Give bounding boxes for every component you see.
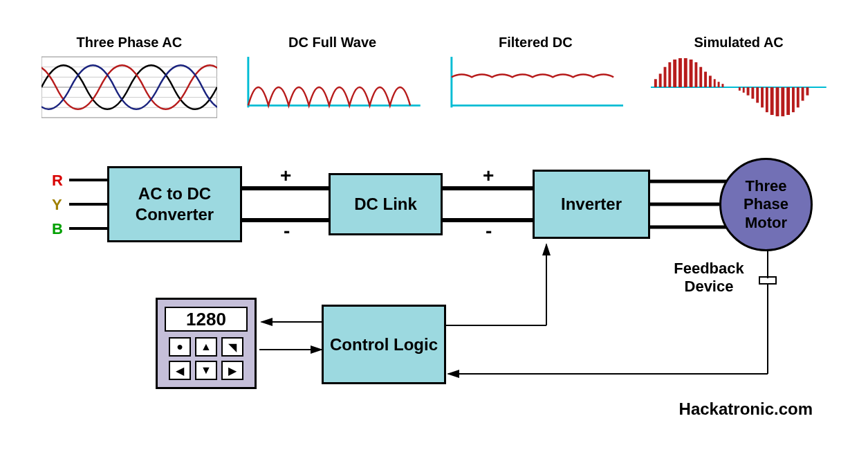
svg-rect-20 <box>700 67 703 87</box>
svg-rect-21 <box>704 72 707 87</box>
block-label: DC Link <box>354 194 417 215</box>
waveform-row: Three Phase AC DC Full Wave Filtered DC <box>41 35 827 118</box>
svg-rect-23 <box>714 79 716 87</box>
svg-rect-34 <box>776 87 779 116</box>
waveform-title: DC Full Wave <box>288 35 376 51</box>
svg-rect-26 <box>739 87 741 91</box>
waveform-simulated-ac: Simulated AC <box>651 35 827 118</box>
waveform-three-phase: Three Phase AC <box>41 35 217 118</box>
svg-rect-39 <box>802 87 804 101</box>
phase-r-label: R <box>52 172 63 190</box>
svg-rect-11 <box>654 79 657 87</box>
keypad-btn-diag[interactable]: ◥ <box>221 337 243 357</box>
svg-rect-18 <box>690 60 693 87</box>
filtered-dc-wave-icon <box>448 56 624 118</box>
svg-rect-24 <box>718 82 720 87</box>
block-label: Inverter <box>561 194 622 215</box>
minus-label-2: - <box>486 220 492 242</box>
plus-label-1: + <box>280 165 291 187</box>
dc-link-block: DC Link <box>329 173 443 235</box>
svg-rect-31 <box>761 87 764 107</box>
plus-label-2: + <box>483 165 494 187</box>
keypad-device: 1280 ● ▲ ◥ ◀ ▼ ▶ <box>156 298 257 389</box>
svg-rect-25 <box>722 84 724 87</box>
block-label: Control Logic <box>330 334 438 355</box>
waveform-title: Three Phase AC <box>77 35 183 51</box>
keypad-display: 1280 <box>165 307 248 332</box>
waveform-dc-full: DC Full Wave <box>245 35 421 118</box>
svg-rect-16 <box>678 58 682 87</box>
svg-rect-33 <box>770 87 774 115</box>
waveform-filtered-dc: Filtered DC <box>448 35 624 118</box>
phase-b-label: B <box>52 220 63 238</box>
svg-rect-15 <box>673 60 676 87</box>
phase-y-label: Y <box>52 196 62 214</box>
svg-rect-12 <box>659 73 662 87</box>
svg-rect-22 <box>709 75 712 87</box>
svg-rect-40 <box>806 87 809 96</box>
svg-rect-35 <box>782 87 785 116</box>
svg-rect-32 <box>766 87 768 112</box>
simulated-ac-wave-icon <box>651 56 827 118</box>
svg-rect-37 <box>792 87 795 112</box>
svg-rect-29 <box>752 87 755 99</box>
feedback-device-label: Feedback Device <box>664 260 754 296</box>
keypad-btn-down[interactable]: ▼ <box>195 361 217 380</box>
svg-rect-30 <box>757 87 759 102</box>
svg-rect-38 <box>797 87 800 107</box>
keypad-btn-record[interactable]: ● <box>169 337 191 357</box>
block-label: AC to DC Converter <box>109 183 240 225</box>
svg-rect-14 <box>669 62 672 87</box>
attribution-label: Hackatronic.com <box>679 399 813 419</box>
svg-rect-36 <box>786 87 790 115</box>
svg-rect-13 <box>664 67 667 87</box>
inverter-block: Inverter <box>533 170 650 239</box>
motor-block: Three Phase Motor <box>719 158 813 251</box>
dc-full-wave-icon <box>245 56 421 118</box>
control-logic-block: Control Logic <box>322 305 446 384</box>
svg-rect-17 <box>684 58 687 87</box>
motor-label: Three Phase Motor <box>721 177 811 232</box>
svg-rect-19 <box>695 62 698 87</box>
minus-label-1: - <box>284 220 290 242</box>
waveform-title: Filtered DC <box>499 35 573 51</box>
svg-rect-28 <box>747 87 750 96</box>
svg-rect-27 <box>743 87 745 93</box>
keypad-btn-left[interactable]: ◀ <box>169 361 191 380</box>
ac-dc-converter-block: AC to DC Converter <box>107 166 242 242</box>
svg-rect-56 <box>759 277 776 284</box>
keypad-buttons: ● ▲ ◥ ◀ ▼ ▶ <box>169 337 243 380</box>
three-phase-wave-icon <box>41 56 217 118</box>
keypad-btn-right[interactable]: ▶ <box>221 361 243 380</box>
waveform-title: Simulated AC <box>694 35 783 51</box>
keypad-btn-up[interactable]: ▲ <box>195 337 217 357</box>
